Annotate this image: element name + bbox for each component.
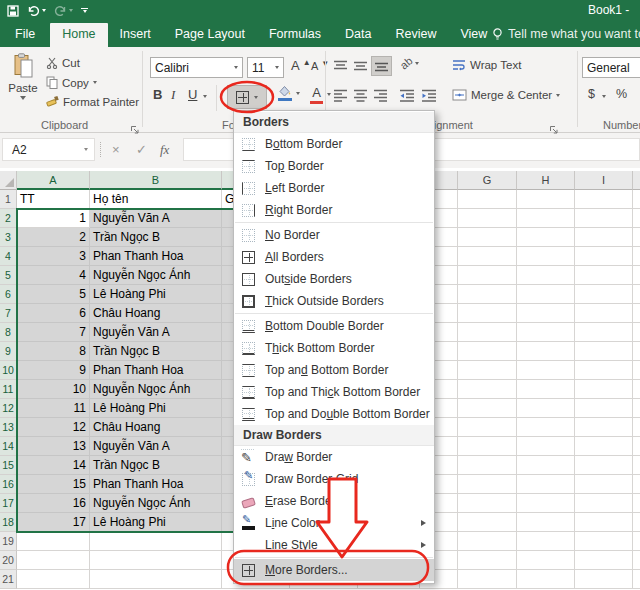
redo-icon[interactable]	[54, 5, 73, 16]
cell-a21[interactable]	[17, 570, 90, 589]
menu-item-top-border[interactable]: Top Border	[234, 155, 434, 177]
cell-h16[interactable]	[517, 475, 575, 494]
cell-a14[interactable]: 13	[17, 437, 90, 456]
cell-g13[interactable]	[458, 418, 517, 437]
cell-a6[interactable]: 5	[17, 285, 90, 304]
cell-j4[interactable]	[633, 247, 640, 266]
column-header-g[interactable]: G	[458, 171, 517, 190]
cell-j6[interactable]	[633, 285, 640, 304]
menu-item-draw-border-grid[interactable]: Draw Border Grid	[234, 468, 434, 490]
cell-g7[interactable]	[458, 304, 517, 323]
alignment-dialog-launcher-icon[interactable]	[549, 121, 559, 139]
cell-a11[interactable]: 10	[17, 380, 90, 399]
column-header-j[interactable]	[633, 171, 640, 190]
cell-i20[interactable]	[575, 551, 633, 570]
cell-j3[interactable]	[633, 228, 640, 247]
cell-b18[interactable]: Lê Hoàng Phi	[90, 513, 222, 532]
cell-i11[interactable]	[575, 380, 633, 399]
row-header-15[interactable]: 15	[0, 456, 17, 475]
cell-h4[interactable]	[517, 247, 575, 266]
row-header-5[interactable]: 5	[0, 266, 17, 285]
row-header-19[interactable]: 19	[0, 532, 17, 551]
column-header-b[interactable]: B	[90, 171, 222, 190]
row-header-8[interactable]: 8	[0, 323, 17, 342]
cell-j19[interactable]	[633, 532, 640, 551]
cell-a17[interactable]: 16	[17, 494, 90, 513]
bottom-align-button[interactable]	[371, 56, 392, 76]
cell-j1[interactable]	[633, 190, 640, 209]
cell-i16[interactable]	[575, 475, 633, 494]
cell-g17[interactable]	[458, 494, 517, 513]
cell-b14[interactable]: Nguyễn Văn A	[90, 437, 222, 456]
cell-i2[interactable]	[575, 209, 633, 228]
menu-item-bottom-double-border[interactable]: Bottom Double Border	[234, 315, 434, 337]
cell-h20[interactable]	[517, 551, 575, 570]
cell-j10[interactable]	[633, 361, 640, 380]
column-header-h[interactable]: H	[517, 171, 575, 190]
cell-j7[interactable]	[633, 304, 640, 323]
cell-j8[interactable]	[633, 323, 640, 342]
cell-a3[interactable]: 2	[17, 228, 90, 247]
cell-b1[interactable]: Họ tên	[90, 190, 222, 209]
cell-g18[interactable]	[458, 513, 517, 532]
cell-a2[interactable]: 1	[17, 209, 90, 228]
column-header-i[interactable]: I	[575, 171, 633, 190]
cell-h14[interactable]	[517, 437, 575, 456]
cell-b8[interactable]: Nguyễn Văn A	[90, 323, 222, 342]
cell-i3[interactable]	[575, 228, 633, 247]
align-left-icon[interactable]	[333, 89, 348, 102]
tab-formulas[interactable]: Formulas	[257, 21, 333, 47]
cell-i9[interactable]	[575, 342, 633, 361]
row-header-13[interactable]: 13	[0, 418, 17, 437]
wrap-text-button[interactable]: Wrap Text	[452, 59, 521, 71]
shrink-font-button[interactable]: A▼	[311, 59, 329, 72]
name-box[interactable]: A2	[2, 138, 95, 161]
tab-page-layout[interactable]: Page Layout	[163, 21, 257, 47]
row-header-1[interactable]: 1	[0, 190, 17, 209]
menu-item-bottom-border[interactable]: Bottom Border	[234, 133, 434, 155]
cell-i18[interactable]	[575, 513, 633, 532]
cell-g1[interactable]	[458, 190, 517, 209]
font-size-combo[interactable]: 11	[247, 57, 284, 78]
tab-data[interactable]: Data	[333, 21, 383, 47]
font-color-button[interactable]: A	[310, 85, 331, 104]
row-header-14[interactable]: 14	[0, 437, 17, 456]
cell-g5[interactable]	[458, 266, 517, 285]
cell-j9[interactable]	[633, 342, 640, 361]
menu-item-more-borders[interactable]: More Borders...	[234, 559, 434, 581]
row-header-3[interactable]: 3	[0, 228, 17, 247]
customize-qat-icon[interactable]	[81, 8, 88, 13]
cell-i8[interactable]	[575, 323, 633, 342]
borders-button[interactable]	[227, 85, 267, 109]
row-header-9[interactable]: 9	[0, 342, 17, 361]
cell-h18[interactable]	[517, 513, 575, 532]
cell-h10[interactable]	[517, 361, 575, 380]
bold-button[interactable]: B	[153, 87, 162, 102]
menu-item-left-border[interactable]: Left Border	[234, 177, 434, 199]
cell-h12[interactable]	[517, 399, 575, 418]
cell-a16[interactable]: 15	[17, 475, 90, 494]
cell-i7[interactable]	[575, 304, 633, 323]
row-header-6[interactable]: 6	[0, 285, 17, 304]
merge-center-button[interactable]: Merge & Center	[452, 89, 560, 101]
cell-i1[interactable]	[575, 190, 633, 209]
menu-item-top-and-thick-bottom-border[interactable]: Top and Thick Bottom Border	[234, 381, 434, 403]
cell-a8[interactable]: 7	[17, 323, 90, 342]
menu-item-erase-border[interactable]: Erase Border	[234, 490, 434, 512]
row-header-20[interactable]: 20	[0, 551, 17, 570]
row-header-18[interactable]: 18	[0, 513, 17, 532]
cell-h2[interactable]	[517, 209, 575, 228]
cell-b10[interactable]: Phan Thanh Hoa	[90, 361, 222, 380]
insert-function-icon[interactable]: fx	[160, 138, 169, 161]
cell-a10[interactable]: 9	[17, 361, 90, 380]
cell-g3[interactable]	[458, 228, 517, 247]
cell-h11[interactable]	[517, 380, 575, 399]
align-right-icon[interactable]	[373, 89, 388, 102]
cell-b9[interactable]: Trần Ngọc B	[90, 342, 222, 361]
cell-i6[interactable]	[575, 285, 633, 304]
menu-item-right-border[interactable]: Right Border	[234, 199, 434, 221]
cell-a12[interactable]: 11	[17, 399, 90, 418]
select-all-corner[interactable]	[0, 171, 17, 190]
cell-j17[interactable]	[633, 494, 640, 513]
cell-a19[interactable]	[17, 532, 90, 551]
